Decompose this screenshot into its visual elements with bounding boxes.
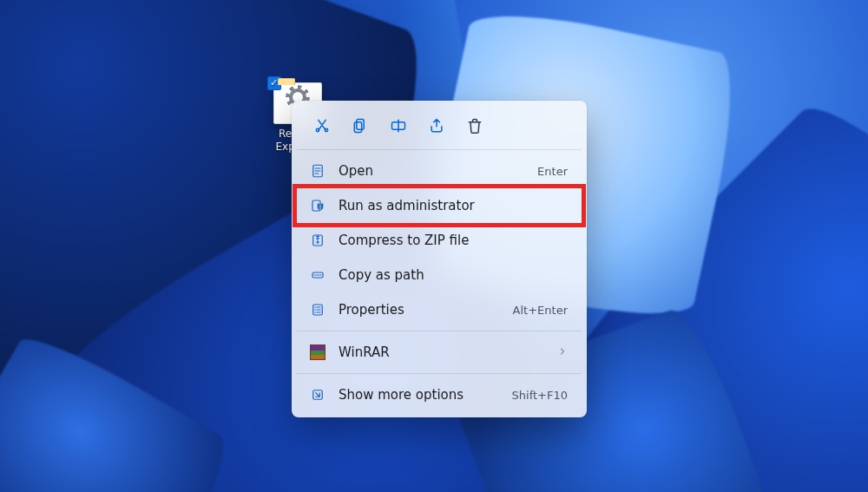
doc-icon [309,162,326,180]
svg-rect-0 [357,120,364,130]
menu-item-label: Show more options [339,387,464,403]
submenu-chevron-icon [557,346,568,359]
menu-item-label: Compress to ZIP file [339,233,469,248]
menu-divider [297,331,582,331]
menu-divider [297,373,582,374]
menu-item-run-as-administrator[interactable]: Run as administrator [297,188,582,223]
share-icon[interactable] [427,116,446,135]
archive-icon [309,232,326,249]
menu-divider [297,149,582,150]
menu-item-label: Run as administrator [339,198,475,213]
menu-item-properties[interactable]: Properties Alt+Enter [297,292,582,327]
menu-item-label: Copy as path [339,267,424,283]
menu-item-winrar[interactable]: WinRAR [297,335,582,370]
menu-item-show-more-options[interactable]: Show more options Shift+F10 [297,377,582,412]
context-menu: Open Enter Run as administrator Compress… [292,101,587,417]
cut-icon[interactable] [312,116,332,135]
menu-item-shortcut: Alt+Enter [513,304,568,317]
menu-item-label: Open [339,163,373,179]
menu-item-copy-as-path[interactable]: Copy as path [297,258,582,292]
context-menu-quick-actions [297,106,582,146]
menu-item-label: WinRAR [339,344,390,360]
menu-item-label: Properties [339,302,404,318]
delete-icon[interactable] [465,116,484,135]
rename-icon[interactable] [389,116,408,135]
shield-icon [309,197,326,214]
menu-item-open[interactable]: Open Enter [297,154,582,188]
winrar-icon [309,344,326,361]
more-options-icon [309,386,326,403]
menu-item-compress-zip[interactable]: Compress to ZIP file [297,223,582,258]
menu-item-shortcut: Enter [537,165,568,178]
properties-icon [309,301,326,318]
svg-rect-1 [354,122,361,133]
path-icon [309,266,326,284]
menu-item-shortcut: Shift+F10 [512,389,568,402]
copy-icon[interactable] [351,116,370,135]
